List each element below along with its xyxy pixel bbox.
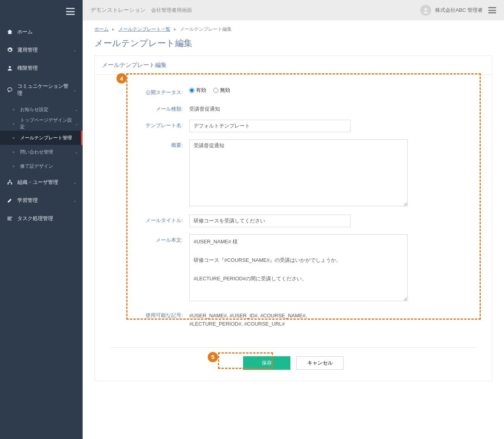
sidebar-item-communication[interactable]: コミュニケーション管理 ⌄ xyxy=(0,77,83,102)
breadcrumb: ホーム ▶ メールテンプレート一覧 ▶ メールテンプレート編集 xyxy=(83,20,504,36)
bullet-icon xyxy=(13,165,15,167)
cancel-button[interactable]: キャンセル xyxy=(296,356,343,370)
home-icon xyxy=(6,29,13,35)
chevron-down-icon: ⌄ xyxy=(73,48,76,52)
panel-title: メールテンプレート編集 xyxy=(95,56,492,75)
radio-enabled[interactable]: 有効 xyxy=(189,87,206,94)
input-mail-title[interactable] xyxy=(189,215,351,227)
sidebar-label-learning: 学習管理 xyxy=(17,197,38,204)
sidebar-label-home: ホーム xyxy=(17,28,33,35)
svg-rect-6 xyxy=(7,218,11,219)
speech-bubble-icon xyxy=(6,87,13,93)
admin-screen-label: 会社管理者用画面 xyxy=(151,7,192,14)
chevron-down-icon: ⌄ xyxy=(73,180,76,185)
header-menu-icon[interactable] xyxy=(488,7,496,13)
sidebar-sub-label: お知らせ設定 xyxy=(20,106,48,113)
svg-rect-3 xyxy=(7,183,9,185)
sidebar-sub-mail-template[interactable]: メールテンプレート管理 xyxy=(0,131,83,145)
actions: 5 保存 キャンセル xyxy=(95,348,492,381)
svg-rect-5 xyxy=(7,217,12,218)
value-available-symbols: #USER_NAME#, #USER_ID#, #COURSE_NAME#, #… xyxy=(189,309,354,328)
textarea-mail-body[interactable] xyxy=(189,234,408,301)
sidebar-sub-top-design[interactable]: トップページデザイン設定 ⌄ xyxy=(0,117,83,131)
annotation-badge-4: 4 xyxy=(116,73,127,83)
sidebar-item-operations[interactable]: 運用管理 ⌄ xyxy=(0,41,83,59)
svg-rect-7 xyxy=(7,220,12,220)
radio-disabled-input[interactable] xyxy=(213,88,218,93)
sidebar-sub-label: 修了証デザイン xyxy=(20,163,53,170)
sidebar-label-permissions: 権限管理 xyxy=(17,65,38,72)
chevron-down-icon: ⌄ xyxy=(75,122,78,126)
svg-point-1 xyxy=(7,88,12,91)
gear-icon xyxy=(6,47,13,53)
sidebar-label-org-user: 組織・ユーザ管理 xyxy=(17,179,58,186)
bullet-icon xyxy=(13,137,15,139)
label-mail-type: メール種類: xyxy=(111,103,189,113)
breadcrumb-home[interactable]: ホーム xyxy=(94,26,109,32)
svg-point-0 xyxy=(9,66,11,68)
input-template-name[interactable] xyxy=(189,120,351,132)
sidebar-item-home[interactable]: ホーム xyxy=(0,23,83,41)
breadcrumb-current: メールテンプレート編集 xyxy=(180,26,232,32)
svg-point-8 xyxy=(424,8,427,11)
brand-label: デモンストレーション xyxy=(90,7,146,14)
sidebar-label-communication: コミュニケーション管理 xyxy=(17,83,73,97)
textarea-summary[interactable] xyxy=(189,139,408,206)
radio-disabled-label: 無効 xyxy=(220,87,230,94)
sidebar-item-org-user[interactable]: 組織・ユーザ管理 ⌄ xyxy=(0,173,83,191)
label-template-name: テンプレート名: xyxy=(111,120,189,129)
sidebar-item-learning[interactable]: 学習管理 ⌄ xyxy=(0,191,83,209)
label-available-symbols: 使用可能な記号: xyxy=(111,309,189,319)
save-button[interactable]: 保存 xyxy=(243,356,290,370)
sidebar-sub-label: 問い合わせ管理 xyxy=(20,149,53,156)
avatar[interactable] xyxy=(420,5,431,16)
topbar: デモンストレーション 会社管理者用画面 株式会社ABC 管理者 xyxy=(83,0,504,20)
pencil-icon xyxy=(6,198,13,203)
list-bars-icon xyxy=(6,216,13,221)
breadcrumb-sep-icon: ▶ xyxy=(174,28,176,31)
sidebar-label-operations: 運用管理 xyxy=(17,46,38,54)
sidebar-item-permissions[interactable]: 権限管理 xyxy=(0,59,83,77)
sidebar-toggle-icon[interactable] xyxy=(66,8,75,15)
main: デモンストレーション 会社管理者用画面 株式会社ABC 管理者 ホーム ▶ メー… xyxy=(83,0,504,439)
edit-panel: メールテンプレート編集 4 公開ステータス: 有効 無効 xyxy=(94,56,492,381)
org-icon xyxy=(6,180,13,185)
value-mail-type: 受講督促通知 xyxy=(189,103,410,113)
breadcrumb-list[interactable]: メールテンプレート一覧 xyxy=(118,26,170,32)
chevron-down-icon: ⌄ xyxy=(73,88,76,92)
chevron-down-icon: ⌄ xyxy=(73,198,76,203)
bullet-icon xyxy=(13,109,15,111)
radio-enabled-label: 有効 xyxy=(196,87,206,94)
label-summary: 概要: xyxy=(111,139,189,149)
radio-disabled[interactable]: 無効 xyxy=(213,87,230,94)
chevron-down-icon: ⌄ xyxy=(75,107,78,112)
sidebar-sub-notice[interactable]: お知らせ設定 ⌄ xyxy=(0,102,83,117)
svg-rect-4 xyxy=(11,183,13,185)
current-user-label: 株式会社ABC 管理者 xyxy=(435,7,483,14)
annotation-badge-5: 5 xyxy=(208,352,218,362)
sidebar-sub-inquiry[interactable]: 問い合わせ管理 ⌄ xyxy=(0,145,83,159)
user-icon xyxy=(6,65,13,71)
bullet-icon xyxy=(13,123,15,125)
sidebar-label-task: タスク処理管理 xyxy=(17,215,53,222)
chevron-down-icon: ⌄ xyxy=(75,150,78,154)
sidebar-sub-label: メールテンプレート管理 xyxy=(20,135,72,141)
page-title: メールテンプレート編集 xyxy=(83,36,504,56)
breadcrumb-sep-icon: ▶ xyxy=(112,28,114,31)
label-mail-body: メール本文: xyxy=(111,234,189,244)
sidebar: ホーム 運用管理 ⌄ 権限管理 コミュニケーション管理 ⌄ お知らせ設定 ⌄ xyxy=(0,0,83,439)
label-publish-status: 公開ステータス: xyxy=(111,87,189,96)
sidebar-item-task[interactable]: タスク処理管理 xyxy=(0,209,83,228)
label-mail-title: メールタイトル: xyxy=(111,215,189,224)
radio-enabled-input[interactable] xyxy=(189,88,194,93)
svg-rect-2 xyxy=(9,180,11,181)
sidebar-sub-certificate[interactable]: 修了証デザイン xyxy=(0,159,83,173)
bullet-icon xyxy=(13,151,15,153)
sidebar-sub-label: トップページデザイン設定 xyxy=(20,117,75,130)
